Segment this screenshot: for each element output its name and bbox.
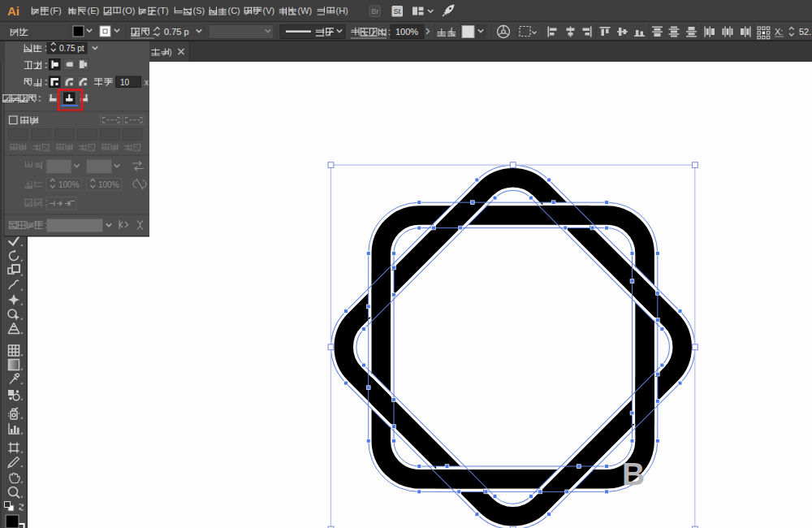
svg-text:(W): (W) (298, 6, 313, 15)
svg-text:100%: 100% (58, 180, 80, 189)
svg-text:B: B (622, 457, 645, 491)
svg-text:): ) (169, 47, 172, 57)
svg-text:(C): (C) (228, 6, 240, 15)
svg-text:Br: Br (372, 7, 379, 15)
svg-text:100%: 100% (395, 27, 418, 37)
svg-text:St: St (394, 7, 401, 15)
svg-text:0.75 p: 0.75 p (164, 27, 189, 37)
svg-text:X:: X: (775, 27, 783, 37)
svg-text:(T): (T) (158, 6, 169, 15)
svg-text:100%: 100% (98, 180, 119, 189)
svg-text:Ai: Ai (7, 4, 19, 18)
svg-text:10: 10 (120, 78, 130, 87)
svg-text:(S): (S) (193, 6, 205, 15)
svg-text:x: x (145, 78, 149, 87)
svg-text:(V): (V) (263, 6, 275, 15)
svg-text:0.75 pt: 0.75 pt (59, 44, 84, 53)
svg-text:(F): (F) (50, 6, 62, 15)
svg-text:(E): (E) (88, 6, 100, 15)
svg-text:(H): (H) (336, 6, 348, 15)
svg-text:(O): (O) (123, 6, 136, 15)
svg-text:52.: 52. (799, 27, 811, 37)
